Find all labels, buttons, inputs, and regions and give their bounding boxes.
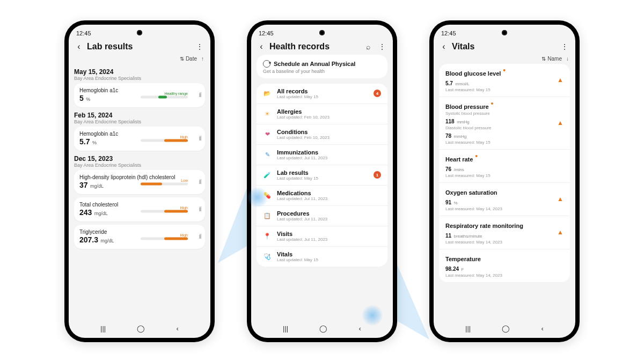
record-category-row[interactable]: ✎ Immunizations Last updated: Jul 11, 20… bbox=[257, 145, 387, 165]
category-icon: ☀ bbox=[263, 109, 272, 118]
category-icon: 🧪 bbox=[263, 171, 272, 179]
vital-row[interactable]: Heart rate • 76 /mins Last measured: May… bbox=[439, 150, 570, 183]
search-icon[interactable]: ⌕ bbox=[363, 42, 374, 51]
lab-result-card[interactable]: Total cholesterol 243 mg/dL High ılıl bbox=[74, 197, 205, 221]
category-label: Lab results bbox=[277, 169, 374, 176]
sort-button[interactable]: ⇅ Date bbox=[180, 56, 197, 62]
vital-name: Blood glucose level bbox=[445, 70, 501, 77]
chart-icon[interactable]: ılıl bbox=[199, 178, 201, 186]
range-bar: High bbox=[141, 135, 188, 142]
category-updated: Last updated: Feb 10, 2023 bbox=[277, 115, 381, 120]
chart-icon[interactable]: ılıl bbox=[199, 205, 201, 213]
vital-name: Blood pressure bbox=[445, 104, 489, 110]
bp-diastolic-label: Diastolic blood pressure bbox=[445, 125, 564, 130]
category-updated: Last updated: Jul 11, 2023 bbox=[277, 196, 381, 201]
vital-last-measured: Last measured: May 15 bbox=[445, 140, 564, 145]
record-category-row[interactable]: 🩺 Vitals Last updated: May 15 bbox=[257, 247, 387, 267]
category-label: Allergies bbox=[277, 108, 381, 115]
vital-row[interactable]: Temperature 98.24 F Last measured: May 1… bbox=[439, 249, 570, 282]
promo-subtitle: Get a baseline of your health bbox=[263, 69, 381, 74]
vital-row[interactable]: Blood pressure • Systolic blood pressure… bbox=[439, 97, 570, 150]
range-bar: High bbox=[141, 206, 188, 213]
warning-icon: ▲ bbox=[557, 228, 564, 236]
vital-last-measured: Last measured: May 14, 2023 bbox=[445, 273, 564, 278]
record-category-row[interactable]: 📂 All records Last updated: May 15 4 bbox=[257, 84, 387, 104]
chart-icon[interactable]: ılıl bbox=[199, 91, 201, 99]
category-icon: 🩺 bbox=[263, 252, 272, 261]
category-updated: Last updated: May 15 bbox=[277, 176, 374, 181]
more-icon[interactable]: ⋮ bbox=[194, 42, 205, 51]
record-category-row[interactable]: 📋 Procedures Last updated: Jul 11, 2023 bbox=[257, 206, 387, 226]
nav-home-icon[interactable]: ◯ bbox=[319, 324, 327, 333]
page-title: Health records bbox=[269, 42, 360, 51]
date-header: Dec 15, 2023 bbox=[74, 155, 205, 162]
lab-value: 37 bbox=[79, 181, 88, 189]
lab-unit: mg/dL bbox=[101, 238, 114, 243]
range-label: High bbox=[141, 135, 188, 139]
nav-home-icon[interactable]: ◯ bbox=[137, 324, 145, 333]
nav-home-icon[interactable]: ◯ bbox=[502, 324, 510, 333]
alert-dot-icon: • bbox=[489, 99, 494, 108]
category-icon: ✎ bbox=[263, 150, 272, 159]
clock: 12:45 bbox=[76, 30, 91, 36]
notification-badge: 1 bbox=[374, 171, 381, 179]
nav-recents-icon[interactable]: ||| bbox=[283, 324, 288, 333]
vital-name: Respiratory rate monitoring bbox=[445, 223, 523, 229]
range-label: High bbox=[141, 206, 188, 210]
bp-diastolic-value: 78 bbox=[445, 133, 451, 139]
chart-icon[interactable]: ılıl bbox=[199, 135, 201, 142]
category-icon: 📋 bbox=[263, 211, 272, 220]
category-updated: Last updated: Jul 11, 2023 bbox=[277, 156, 381, 160]
promo-title: Schedule an Annual Physical bbox=[274, 61, 355, 67]
promo-card[interactable]: Schedule an Annual Physical Get a baseli… bbox=[257, 55, 387, 78]
warning-icon: ▲ bbox=[557, 119, 564, 127]
nav-back-icon[interactable]: ‹ bbox=[359, 324, 361, 333]
lab-result-card[interactable]: High-density lipoprotein (hdl) cholester… bbox=[74, 170, 205, 194]
back-icon[interactable]: ‹ bbox=[257, 42, 266, 51]
more-icon[interactable]: ⋮ bbox=[377, 42, 387, 51]
nav-recents-icon[interactable]: ||| bbox=[465, 324, 471, 333]
records-list: 📂 All records Last updated: May 15 4 ☀ A… bbox=[257, 84, 387, 267]
record-category-row[interactable]: ☀ Allergies Last updated: Feb 10, 2023 bbox=[257, 104, 387, 124]
phone-lab-results: 12:45 ‹ Lab results ⋮ ⇅ Date ↑ May 15, 2… bbox=[64, 20, 215, 342]
category-label: Procedures bbox=[277, 210, 381, 217]
vital-row[interactable]: Respiratory rate monitoring 11 breaths/m… bbox=[439, 216, 570, 249]
back-icon[interactable]: ‹ bbox=[74, 42, 84, 51]
vital-value: 11 bbox=[445, 233, 451, 239]
lab-result-card[interactable]: Hemoglobin a1c 5.7 % High ılıl bbox=[74, 127, 205, 151]
record-category-row[interactable]: ❤ Conditions Last updated: Feb 10, 2023 bbox=[257, 124, 387, 145]
nav-back-icon[interactable]: ‹ bbox=[541, 324, 544, 333]
page-title: Lab results bbox=[87, 42, 191, 51]
vital-row[interactable]: Oxygen saturation 91 % Last measured: Ma… bbox=[439, 183, 570, 216]
category-updated: Last updated: May 15 bbox=[277, 94, 374, 99]
nav-recents-icon[interactable]: ||| bbox=[100, 324, 106, 333]
vital-value: 76 bbox=[445, 166, 451, 172]
alert-dot-icon: • bbox=[473, 152, 478, 160]
category-label: Visits bbox=[277, 231, 381, 237]
record-category-row[interactable]: 🧪 Lab results Last updated: May 15 1 bbox=[257, 165, 387, 186]
vital-row[interactable]: Blood glucose level • 5.7 mmol/L Last me… bbox=[439, 64, 570, 97]
chart-icon[interactable]: ılıl bbox=[199, 233, 201, 240]
back-icon[interactable]: ‹ bbox=[439, 42, 449, 51]
alert-dot-icon: • bbox=[501, 66, 506, 75]
sort-direction-icon[interactable]: ↓ bbox=[566, 56, 569, 62]
sort-direction-icon[interactable]: ↑ bbox=[201, 56, 204, 62]
range-bar: Low bbox=[141, 179, 188, 186]
lab-result-card[interactable]: Hemoglobin a1c 5 % Healthy range ılıl bbox=[74, 83, 205, 107]
record-category-row[interactable]: 💊 Medications Last updated: Jul 11, 2023 bbox=[257, 186, 387, 206]
lab-unit: mg/dL bbox=[90, 183, 104, 189]
range-bar: Healthy range bbox=[141, 92, 188, 99]
nav-back-icon[interactable]: ‹ bbox=[177, 324, 179, 333]
more-icon[interactable]: ⋮ bbox=[559, 42, 570, 51]
category-label: Vitals bbox=[277, 251, 381, 257]
lab-result-card[interactable]: Triglyceride 207.3 mg/dL High ılıl bbox=[74, 225, 205, 249]
date-header: Feb 15, 2024 bbox=[74, 112, 205, 119]
category-icon: 💊 bbox=[263, 191, 272, 200]
vital-value: 98.24 bbox=[445, 266, 459, 272]
vital-last-measured: Last measured: May 15 bbox=[445, 173, 564, 178]
nav-bar: ||| ◯ ‹ bbox=[69, 322, 210, 338]
header: ‹ Vitals ⋮ bbox=[434, 38, 575, 55]
date-header: May 15, 2024 bbox=[74, 68, 205, 76]
sort-button[interactable]: ⇅ Name bbox=[541, 56, 562, 62]
record-category-row[interactable]: 📍 Visits Last updated: Jul 11, 2023 bbox=[257, 226, 387, 247]
